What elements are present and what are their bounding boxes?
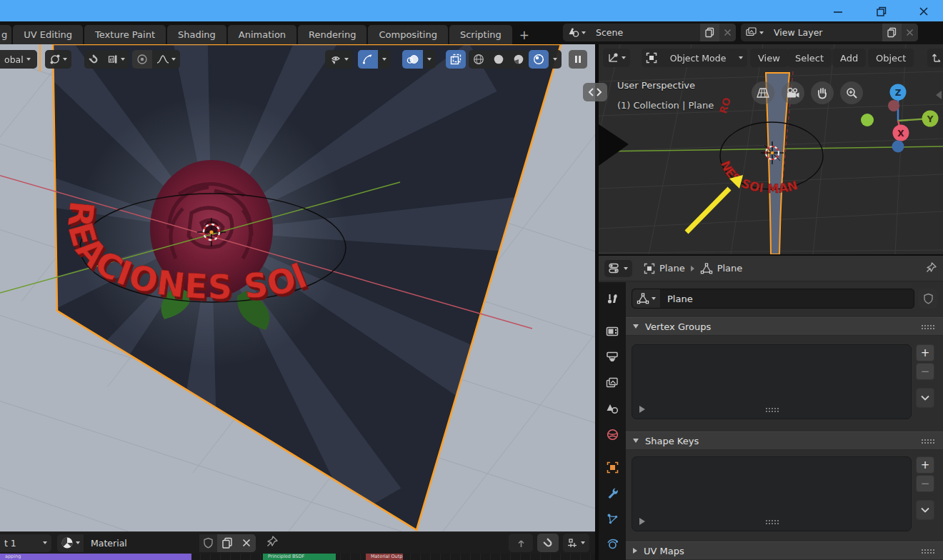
panel-grip-icon[interactable] [921, 439, 934, 444]
breadcrumb-mesh-data[interactable]: Plane [700, 263, 743, 274]
close-icon[interactable] [909, 3, 938, 20]
panel-header-vertex-groups[interactable]: Vertex Groups [626, 317, 943, 336]
scene-copy-icon[interactable] [700, 24, 719, 41]
scene-selector[interactable]: Scene [563, 24, 736, 41]
proportional-falloff-dropdown[interactable] [152, 50, 180, 69]
material-unlink-icon[interactable] [237, 534, 256, 552]
pin-id-icon[interactable] [925, 261, 937, 276]
list-resize-grip[interactable] [765, 519, 779, 524]
workspace-tab-texture-paint[interactable]: Texture Paint [84, 25, 166, 44]
snap-toggle-magnet-icon[interactable] [84, 50, 104, 69]
editor-type-dropdown[interactable] [603, 49, 630, 67]
axis-neg-z[interactable] [892, 141, 904, 153]
transform-orientation-dropdown[interactable]: obal [0, 50, 37, 69]
panel-header-shape-keys[interactable]: Shape Keys [626, 431, 943, 450]
scene-name[interactable]: Scene [589, 27, 700, 38]
list-expand-icon[interactable] [639, 518, 645, 525]
view-layer-remove-icon[interactable] [902, 24, 918, 41]
menu-select[interactable]: Select [787, 49, 832, 67]
view-layer-name[interactable]: View Layer [767, 27, 882, 38]
panel-header-uv-maps[interactable]: UV Maps [626, 541, 943, 560]
fake-user-shield-icon[interactable] [919, 289, 937, 309]
node-snap-magnet-icon[interactable] [537, 534, 559, 552]
show-overlays-toggle[interactable] [402, 50, 423, 69]
proportional-edit-toggle[interactable] [132, 50, 152, 69]
tab-physics[interactable] [600, 532, 624, 556]
gizmo-settings-dropdown[interactable] [378, 50, 391, 69]
pause-render-button[interactable] [569, 50, 587, 69]
tab-tool[interactable] [600, 286, 624, 311]
shading-material-button[interactable] [509, 50, 529, 69]
workspace-tab-scripting[interactable]: Scripting [449, 25, 512, 44]
view-layer-copy-icon[interactable] [882, 24, 902, 41]
show-gizmo-toggle[interactable] [358, 50, 378, 69]
vertex-groups-list[interactable] [632, 344, 912, 419]
viewport-3d-main[interactable]: REACIONES SOl REACIONES SOl obal [0, 44, 595, 531]
workspace-tab-shading[interactable]: Shading [167, 25, 226, 44]
zoom-icon[interactable] [840, 81, 863, 104]
region-collapse-arrow[interactable] [936, 91, 942, 99]
view-layer-icon[interactable] [741, 24, 767, 41]
node-header-material-output[interactable]: Material Output [366, 554, 403, 560]
shading-rendered-button[interactable] [529, 50, 549, 69]
snap-settings-dropdown[interactable] [104, 50, 129, 69]
xray-toggle[interactable] [446, 50, 466, 69]
shape-keys-list[interactable] [632, 456, 912, 531]
add-vertex-group-button[interactable]: + [916, 344, 934, 361]
mesh-name-field[interactable]: Plane [632, 289, 914, 309]
tab-render[interactable] [600, 319, 624, 344]
region-resize-handle[interactable] [583, 83, 607, 101]
shading-settings-dropdown[interactable] [549, 50, 562, 69]
node-header-principled-bsdf[interactable]: Principled BSDF [263, 554, 336, 560]
tab-particles[interactable] [600, 506, 624, 531]
pan-hand-icon[interactable] [811, 81, 834, 104]
scene-unlink-icon[interactable] [719, 24, 736, 41]
workspace-tab-animation[interactable]: Animation [228, 25, 296, 44]
breadcrumb-object[interactable]: Plane [644, 263, 685, 274]
object-visibility-dropdown[interactable] [325, 50, 353, 69]
vertex-group-specials-menu[interactable] [916, 388, 934, 408]
window-titlebar[interactable] [0, 0, 943, 21]
menu-add[interactable]: Add [832, 49, 866, 67]
properties-editor-type-dropdown[interactable] [604, 260, 632, 277]
list-expand-icon[interactable] [639, 406, 645, 413]
tab-modifiers[interactable] [600, 481, 624, 505]
remove-vertex-group-button[interactable]: − [916, 363, 934, 380]
add-shape-key-button[interactable]: + [916, 456, 934, 474]
menu-view[interactable]: View [750, 49, 788, 67]
workspace-tab-compositing[interactable]: Compositing [368, 25, 448, 44]
overlays-settings-dropdown[interactable] [423, 50, 436, 69]
panel-grip-icon[interactable] [921, 549, 934, 554]
workspace-tab-uv-editing[interactable]: UV Editing [13, 25, 83, 44]
shader-node-area[interactable]: apping Principled BSDF Material Output [0, 554, 595, 560]
pin-icon[interactable] [266, 535, 279, 551]
tab-view-layer[interactable] [600, 371, 624, 395]
material-copy-icon[interactable] [217, 534, 237, 552]
list-resize-grip[interactable] [765, 407, 779, 412]
pivot-point-dropdown[interactable] [45, 50, 71, 69]
tab-output[interactable] [600, 345, 624, 369]
tab-scene[interactable] [600, 396, 624, 421]
tab-world[interactable] [600, 422, 624, 446]
mode-dropdown[interactable]: Object Mode [642, 49, 747, 67]
fake-user-shield-icon[interactable] [199, 537, 217, 549]
axis-neg-x[interactable] [888, 100, 899, 111]
workspace-tab-rendering[interactable]: Rendering [298, 25, 366, 44]
add-workspace-button[interactable]: + [514, 25, 535, 44]
remove-shape-key-button[interactable]: − [916, 475, 934, 492]
tab-object[interactable] [600, 455, 624, 479]
shading-solid-button[interactable] [489, 50, 509, 69]
view-layer-selector[interactable]: View Layer [741, 24, 918, 41]
node-snap-settings-dropdown[interactable] [563, 534, 589, 552]
viewport-3d-secondary[interactable]: RO NES SOl MAN Z Y X [599, 44, 943, 254]
scene-icon[interactable] [563, 24, 589, 41]
transform-tool-icon[interactable] [927, 49, 943, 67]
panel-grip-icon[interactable] [921, 324, 934, 329]
menu-object[interactable]: Object [868, 49, 914, 67]
minimize-icon[interactable] [824, 3, 852, 20]
view-frame-icon[interactable] [509, 534, 533, 552]
node-header-mapping[interactable]: apping [0, 554, 191, 560]
perspective-toggle-icon[interactable] [752, 81, 774, 104]
shape-key-specials-menu[interactable] [916, 500, 934, 520]
mesh-data-icon[interactable] [632, 289, 660, 308]
